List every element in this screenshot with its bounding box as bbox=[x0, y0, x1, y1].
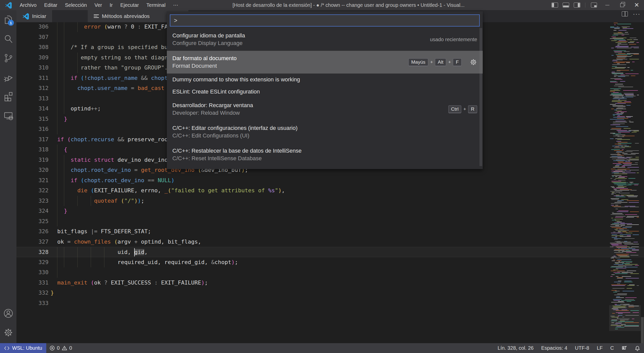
warning-count: 0 bbox=[69, 345, 72, 351]
code-line[interactable]: 321 if (chopt.root_dev_ino == NULL) bbox=[16, 175, 644, 186]
code-line[interactable]: 323 quoteaf ("/")); bbox=[16, 196, 644, 206]
line-number: 327 bbox=[30, 237, 49, 247]
status-language[interactable]: C bbox=[607, 343, 618, 353]
feedback-button[interactable] bbox=[618, 343, 631, 353]
command-item[interactable]: Dummy command to show this extension is … bbox=[167, 74, 483, 86]
sidebar-item-search[interactable] bbox=[0, 29, 16, 49]
indent-guide bbox=[57, 216, 57, 227]
titlebar-separator bbox=[585, 3, 585, 8]
accounts-button[interactable] bbox=[0, 304, 16, 323]
line-number: 324 bbox=[30, 206, 49, 216]
code-text: bit_flags |= FTS_DEFER_STAT; bbox=[51, 226, 151, 237]
menu-ejecutar[interactable]: Ejecutar bbox=[117, 0, 143, 10]
split-editor-icon[interactable] bbox=[622, 11, 628, 16]
configure-keybinding-icon[interactable] bbox=[470, 58, 477, 66]
extensions-icon bbox=[3, 91, 13, 102]
code-line[interactable]: 330 bbox=[16, 267, 644, 278]
line-number: 308 bbox=[30, 42, 49, 53]
warning-icon bbox=[62, 345, 67, 351]
status-eol[interactable]: LF bbox=[593, 343, 606, 353]
line-number: 329 bbox=[30, 257, 49, 268]
account-icon bbox=[3, 308, 13, 318]
command-palette: > Configurar idioma de pantallaConfigure… bbox=[167, 11, 483, 169]
menu-selección[interactable]: Selección bbox=[61, 0, 91, 10]
keybinding-chip: Alt bbox=[435, 58, 446, 66]
line-number: 317 bbox=[30, 134, 49, 145]
line-number: 314 bbox=[30, 104, 49, 114]
code-text: quoteaf ("/")); bbox=[51, 196, 144, 206]
command-list: Configurar idioma de pantallaConfigure D… bbox=[167, 28, 483, 166]
customize-layout-icon[interactable] bbox=[591, 3, 597, 8]
sidebar-item-run-debug[interactable] bbox=[0, 68, 16, 87]
indent-guide bbox=[57, 93, 57, 104]
tab-label: Iniciar bbox=[32, 13, 46, 19]
command-label: ESLint: Create ESLint configuration bbox=[172, 88, 477, 96]
sidebar-item-remote-explorer[interactable] bbox=[0, 106, 16, 125]
command-item[interactable]: ESLint: Create ESLint configuration bbox=[167, 86, 483, 98]
minimap-slider[interactable] bbox=[609, 305, 641, 331]
restore-button[interactable] bbox=[615, 0, 629, 10]
command-label: Desarrollador: Recargar ventana bbox=[172, 102, 448, 109]
menu-editar[interactable]: Editar bbox=[40, 0, 61, 10]
command-item[interactable]: Dar formato al documentoFormat DocumentM… bbox=[167, 51, 483, 74]
menu-terminal[interactable]: Terminal bbox=[143, 0, 169, 10]
toggle-panel-icon[interactable] bbox=[563, 3, 569, 8]
menu-archivo[interactable]: Archivo bbox=[16, 0, 40, 10]
editor-more-actions-icon[interactable]: ··· bbox=[633, 11, 640, 16]
code-line[interactable]: 327 ok = chown_files (argv + optind, bit… bbox=[16, 237, 644, 247]
command-item[interactable]: Desarrollador: Recargar ventanaDeveloper… bbox=[167, 98, 483, 121]
toggle-primary-sidebar-icon[interactable] bbox=[551, 3, 558, 8]
menubar: ArchivoEditarSelecciónVerIrEjecutarTermi… bbox=[16, 0, 169, 10]
minimize-button[interactable] bbox=[600, 0, 615, 10]
minimap[interactable] bbox=[609, 22, 641, 343]
vertical-scrollbar[interactable] bbox=[641, 22, 644, 343]
line-number: 316 bbox=[30, 124, 49, 134]
sidebar-item-extensions[interactable] bbox=[0, 87, 16, 106]
code-line[interactable]: 332} bbox=[16, 288, 644, 298]
code-line[interactable]: 328 uid, gid, bbox=[16, 247, 644, 257]
palette-scrollbar[interactable] bbox=[479, 28, 482, 166]
line-number: 333 bbox=[30, 298, 49, 309]
line-number: 312 bbox=[30, 83, 49, 93]
command-label: C/C++: Restablecer la base de datos de I… bbox=[172, 147, 477, 155]
sidebar-item-source-control[interactable] bbox=[0, 49, 16, 68]
menu-ir[interactable]: Ir bbox=[106, 0, 117, 10]
line-number: 331 bbox=[30, 278, 49, 288]
command-prompt: > bbox=[174, 17, 177, 24]
command-sublabel: C/C++: Reset IntelliSense Database bbox=[172, 155, 477, 162]
code-line[interactable]: 325 bbox=[16, 216, 644, 227]
command-item[interactable]: Configurar idioma de pantallaConfigure D… bbox=[167, 28, 483, 51]
code-line[interactable]: 326 bit_flags |= FTS_DEFER_STAT; bbox=[16, 226, 644, 237]
vscode-logo-icon bbox=[5, 2, 12, 9]
command-item[interactable]: C/C++: Editar configuraciones (interfaz … bbox=[167, 121, 483, 143]
menu-more-button[interactable]: ⋯ bbox=[169, 2, 182, 8]
settings-button[interactable] bbox=[0, 323, 16, 342]
indent-guide bbox=[64, 32, 64, 42]
status-encoding[interactable]: UTF-8 bbox=[571, 343, 593, 353]
code-line[interactable]: 324 } bbox=[16, 206, 644, 216]
line-number: 311 bbox=[30, 73, 49, 83]
code-line[interactable]: 331 main_exit (ok ? EXIT_SUCCESS : EXIT_… bbox=[16, 278, 644, 288]
sidebar-item-explorer[interactable]: 1 bbox=[0, 10, 16, 29]
command-item[interactable]: C/C++: Restablecer la base de datos de I… bbox=[167, 143, 483, 166]
code-text: main_exit (ok ? EXIT_SUCCESS : EXIT_FAIL… bbox=[51, 278, 208, 288]
command-input[interactable]: > bbox=[170, 14, 480, 27]
code-line[interactable]: 322 die (EXIT_FAILURE, errno, _("failed … bbox=[16, 185, 644, 196]
bell-icon bbox=[635, 345, 640, 351]
line-number: 319 bbox=[30, 155, 49, 165]
close-button[interactable]: ✕ bbox=[629, 0, 644, 10]
line-number: 321 bbox=[30, 175, 49, 186]
problems-indicator[interactable]: 0 0 bbox=[46, 343, 75, 353]
tab-welcome[interactable]: Iniciar bbox=[16, 10, 53, 22]
code-line[interactable]: 329 required_uid, required_gid, &chopt); bbox=[16, 257, 644, 268]
menu-ver[interactable]: Ver bbox=[91, 0, 106, 10]
status-line-col[interactable]: Lín. 328, col. 26 bbox=[494, 343, 537, 353]
toggle-secondary-sidebar-icon[interactable] bbox=[574, 3, 580, 8]
code-line[interactable]: 333 bbox=[16, 298, 644, 309]
status-indent[interactable]: Espacios: 4 bbox=[537, 343, 571, 353]
title-bar: ArchivoEditarSelecciónVerIrEjecutarTermi… bbox=[0, 0, 644, 10]
command-label: Dar formato al documento bbox=[172, 55, 408, 62]
notifications-button[interactable] bbox=[631, 343, 644, 353]
remote-indicator[interactable]: WSL: Ubuntu bbox=[0, 343, 46, 353]
remote-explorer-icon bbox=[3, 111, 13, 121]
